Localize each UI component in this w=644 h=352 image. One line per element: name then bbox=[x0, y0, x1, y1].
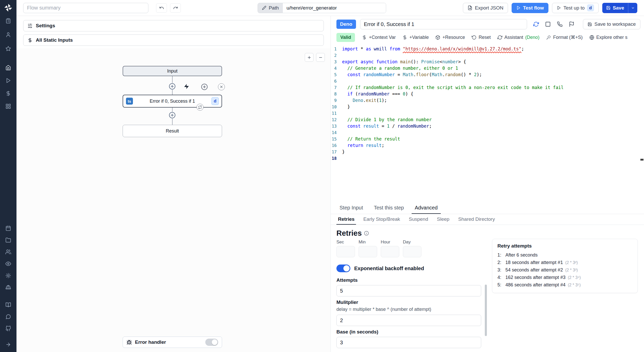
subtab-sleep[interactable]: Sleep bbox=[435, 214, 451, 225]
content: Settings All Static Inputs Input bbox=[16, 16, 644, 352]
script-editor-panel: Deno Save to workspace Valid +Context Va… bbox=[331, 16, 644, 352]
undo-button[interactable] bbox=[156, 3, 167, 13]
folder-icon[interactable] bbox=[5, 237, 11, 243]
flow-canvas[interactable]: Input ts Error if 0, Success if 1 d bbox=[16, 48, 331, 352]
star-icon[interactable] bbox=[5, 46, 11, 51]
tab-step-input[interactable]: Step Input bbox=[336, 202, 366, 214]
topbar: Path Export JSON Test flow Test up to bbox=[16, 0, 644, 16]
code-line: 1import * as wmill from "https://deno.la… bbox=[331, 46, 644, 52]
trigger-zap-button[interactable] bbox=[183, 83, 190, 90]
toolbar-context-var[interactable]: +Context Var bbox=[359, 33, 399, 42]
scrollbar-thumb[interactable] bbox=[485, 285, 487, 336]
calendar-icon[interactable] bbox=[5, 225, 11, 231]
users-icon[interactable] bbox=[5, 249, 11, 255]
play-icon[interactable] bbox=[5, 78, 11, 83]
step-node[interactable]: ts Error if 0, Success if 1 d bbox=[123, 95, 222, 108]
min-input[interactable] bbox=[359, 246, 377, 257]
gear-icon[interactable] bbox=[5, 273, 11, 278]
export-json-button[interactable]: Export JSON bbox=[463, 3, 508, 13]
code-lines: 1import * as wmill from "https://deno.la… bbox=[331, 46, 644, 162]
static-inputs-bar[interactable]: All Static Inputs bbox=[23, 34, 324, 46]
line-number: 18 bbox=[331, 155, 342, 162]
subtab-suspend[interactable]: Suspend bbox=[407, 214, 430, 225]
settings-bar[interactable]: Settings bbox=[23, 20, 324, 31]
toolbar-variable[interactable]: +Variable bbox=[400, 33, 431, 42]
phone-icon[interactable] bbox=[557, 21, 563, 27]
subtab-shared-directory[interactable]: Shared Directory bbox=[457, 214, 497, 225]
fullscreen-icon[interactable] bbox=[545, 21, 551, 27]
flow-summary-input[interactable] bbox=[23, 3, 148, 13]
save-button[interactable]: Save bbox=[602, 3, 628, 13]
topbar-left bbox=[23, 3, 181, 13]
subtab-early-stop-break[interactable]: Early Stop/Break bbox=[362, 214, 402, 225]
scrollbar[interactable] bbox=[485, 229, 487, 352]
save-to-workspace-button[interactable]: Save to workspace bbox=[583, 19, 640, 29]
toolbar-reset[interactable]: Reset bbox=[469, 33, 494, 42]
book-open-icon[interactable] bbox=[5, 302, 11, 308]
dollar-icon[interactable] bbox=[5, 91, 11, 96]
sec-input[interactable] bbox=[336, 246, 355, 257]
toolbar-resource[interactable]: +Resource bbox=[433, 33, 468, 42]
info-icon[interactable] bbox=[364, 231, 369, 236]
github-icon[interactable] bbox=[5, 326, 11, 331]
redo-icon bbox=[173, 5, 178, 10]
input-node[interactable]: Input bbox=[123, 66, 222, 76]
multiplier-input[interactable] bbox=[336, 315, 481, 326]
toggle-knob bbox=[343, 265, 350, 271]
result-node[interactable]: Result bbox=[123, 125, 222, 137]
exponential-backoff-toggle[interactable] bbox=[336, 265, 350, 272]
toolbar-assistant[interactable]: Assistant(Deno) bbox=[495, 33, 542, 42]
code-editor[interactable]: 1import * as wmill from "https://deno.la… bbox=[331, 44, 644, 202]
diff-mode-icon[interactable] bbox=[533, 21, 539, 27]
line-number: 6 bbox=[331, 78, 342, 84]
code-line: 14 bbox=[331, 129, 644, 136]
redo-button[interactable] bbox=[170, 3, 181, 13]
zoom-in-button[interactable] bbox=[305, 53, 313, 62]
error-handler-toggle[interactable] bbox=[205, 339, 218, 346]
subtab-retries[interactable]: Retries bbox=[336, 214, 356, 225]
base-input[interactable] bbox=[336, 337, 481, 348]
tab-test-this-step[interactable]: Test this step bbox=[371, 202, 407, 214]
retries-header: Retries bbox=[336, 229, 481, 237]
home-icon[interactable] bbox=[5, 65, 11, 71]
add-step-button[interactable] bbox=[169, 83, 176, 90]
retry-indicator-button[interactable] bbox=[197, 104, 204, 111]
flag-icon[interactable] bbox=[569, 21, 574, 27]
move-step-button[interactable] bbox=[201, 83, 208, 90]
toolbar-label: +Variable bbox=[409, 35, 429, 40]
step-node-id-badge: d bbox=[211, 97, 219, 105]
grid-icon[interactable] bbox=[5, 103, 11, 109]
day-input[interactable] bbox=[403, 246, 421, 257]
retries-heading: Retries bbox=[336, 229, 362, 237]
toolbar-format-s[interactable]: Format (⌘+S) bbox=[543, 33, 586, 42]
save-dropdown-button[interactable] bbox=[628, 3, 637, 13]
error-handler-bar[interactable]: Error handler bbox=[123, 337, 222, 348]
test-up-to-button[interactable]: Test up to d bbox=[552, 3, 598, 13]
hardhat-icon[interactable] bbox=[5, 285, 11, 290]
step-title-input[interactable] bbox=[360, 19, 527, 29]
flow-editor-panel: Settings All Static Inputs Input bbox=[16, 16, 331, 352]
zoom-out-button[interactable] bbox=[316, 53, 325, 62]
test-flow-button[interactable]: Test flow bbox=[512, 3, 548, 13]
tab-advanced[interactable]: Advanced bbox=[412, 202, 441, 214]
user-icon[interactable] bbox=[5, 32, 11, 38]
toolbar-explore-other-s[interactable]: Explore other s bbox=[587, 33, 630, 42]
attempts-input[interactable] bbox=[336, 285, 481, 296]
expand-sidebar-icon[interactable] bbox=[5, 342, 11, 347]
eye-icon[interactable] bbox=[5, 261, 11, 267]
hour-input[interactable] bbox=[381, 246, 399, 257]
save-label: Save bbox=[613, 5, 624, 11]
clipboard-list-icon[interactable] bbox=[5, 18, 11, 24]
windmill-logo[interactable] bbox=[4, 3, 13, 12]
sliders-icon bbox=[28, 23, 32, 28]
toolbar-label: +Context Var bbox=[369, 35, 396, 40]
path-input[interactable] bbox=[283, 3, 386, 13]
retry-attempt-item: 3:54 seconds after attempt #2(2 * 3³) bbox=[497, 266, 632, 274]
delete-step-button[interactable] bbox=[218, 83, 225, 90]
add-step-button-2[interactable] bbox=[169, 112, 176, 119]
repeat-icon bbox=[198, 105, 202, 109]
code-line: 10 } bbox=[331, 104, 644, 110]
discord-icon[interactable] bbox=[5, 314, 11, 320]
line-number: 14 bbox=[331, 129, 342, 136]
dollar-icon bbox=[28, 38, 32, 43]
